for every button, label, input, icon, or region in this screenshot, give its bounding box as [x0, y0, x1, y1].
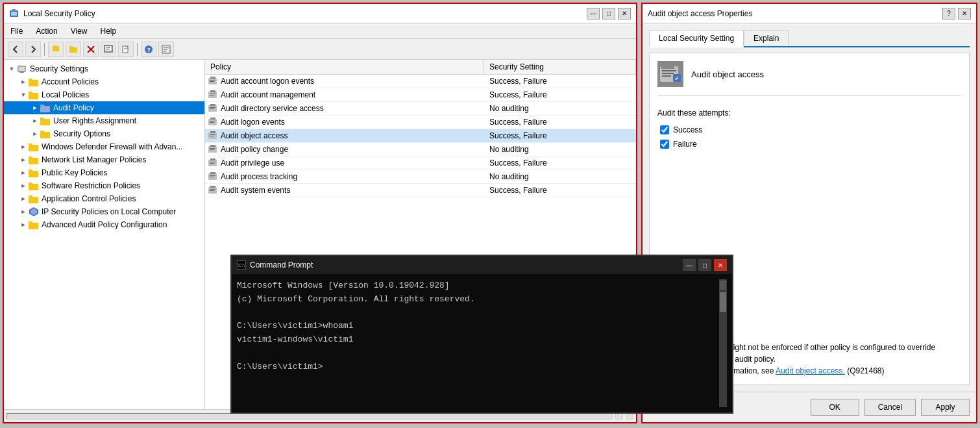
table-row[interactable]: Audit directory service access No auditi… [205, 102, 636, 116]
checkbox-success[interactable] [660, 125, 669, 134]
tab-local-security[interactable]: Local Security Setting [649, 30, 744, 47]
apply-button[interactable]: Apply [921, 399, 970, 416]
tree-item-account-policies[interactable]: ► Account Policies [4, 75, 204, 88]
policy-row-icon-7 [205, 171, 221, 182]
cmd-line-2 [237, 307, 719, 320]
dialog-policy-name: Audit object access [691, 69, 764, 79]
tree-item-public-key[interactable]: ► Public Key Policies [4, 166, 204, 179]
export-button[interactable] [118, 42, 134, 57]
col-setting[interactable]: Security Setting [484, 60, 636, 74]
cancel-button[interactable]: Cancel [864, 399, 916, 416]
menu-view[interactable]: View [68, 25, 90, 37]
policy-row-icon-3 [205, 117, 221, 127]
refresh-button[interactable] [158, 42, 174, 57]
close-button[interactable]: ✕ [618, 8, 631, 19]
tree-item-local-policies[interactable]: ▼ Local Policies [4, 88, 204, 101]
checkbox-failure[interactable] [660, 140, 669, 149]
svg-rect-70 [210, 149, 214, 150]
toggle-user-rights[interactable]: ► [30, 116, 40, 126]
tree-panel[interactable]: ▼ Security Settings ► [4, 60, 205, 409]
toggle-app-control[interactable]: ► [18, 194, 29, 204]
tree-item-security-options[interactable]: ► Security Options [4, 127, 204, 140]
policy-setting-3: Success, Failure [484, 118, 636, 127]
help-button[interactable]: ? [141, 42, 156, 57]
table-row[interactable]: Audit policy change No auditing [205, 143, 636, 157]
svg-rect-76 [210, 172, 215, 174]
svg-rect-41 [29, 197, 38, 203]
folder-button[interactable] [66, 42, 81, 57]
toggle-audit-policy[interactable]: ► [30, 103, 40, 113]
menu-action[interactable]: Action [33, 25, 60, 37]
cmd-minimize-button[interactable]: — [683, 259, 696, 271]
table-row[interactable]: Audit object access Success, Failure [205, 129, 636, 143]
tree-item-network-list[interactable]: ► Network List Manager Policies [4, 153, 204, 166]
tree-item-user-rights[interactable]: ► User Rights Assignment [4, 114, 204, 127]
table-row[interactable]: Audit system events Success, Failure [205, 184, 636, 197]
toggle-account-policies[interactable]: ► [18, 77, 29, 87]
cmd-scrollbar[interactable] [719, 279, 727, 407]
dialog-help-button[interactable]: ? [942, 8, 955, 19]
toggle-ip-security[interactable]: ► [18, 207, 29, 217]
svg-rect-39 [29, 184, 38, 190]
audit-attempts-label: Audit these attempts: [657, 108, 961, 118]
policy-row-icon-1 [205, 90, 221, 100]
svg-rect-86 [662, 73, 674, 74]
tree-item-software-restriction[interactable]: ► Software Restriction Policies [4, 179, 204, 192]
delete-button[interactable] [83, 42, 99, 57]
tree-item-security-settings[interactable]: ▼ Security Settings [4, 62, 204, 75]
policy-setting-7: No auditing [484, 172, 636, 181]
toggle-network-list[interactable]: ► [18, 155, 29, 165]
app-control-label: Application Control Policies [42, 194, 136, 203]
toggle-security-options[interactable]: ► [30, 129, 40, 139]
warning-link[interactable]: Audit object access. [776, 366, 845, 375]
svg-rect-35 [29, 158, 38, 164]
app-icon [9, 8, 19, 19]
col-policy[interactable]: Policy [205, 60, 484, 74]
dialog-close-button[interactable]: ✕ [958, 8, 971, 19]
cmd-maximize-button[interactable]: □ [698, 259, 711, 271]
tree-item-windows-defender[interactable]: ► Windows Defender Firewall with Advan..… [4, 140, 204, 153]
app-control-icon [29, 194, 39, 204]
policy-row-icon-6 [205, 158, 221, 168]
menu-file[interactable]: File [8, 25, 25, 37]
svg-rect-72 [210, 158, 215, 160]
svg-rect-42 [29, 195, 32, 197]
table-row[interactable]: Audit account management Success, Failur… [205, 88, 636, 102]
tree-item-app-control[interactable]: ► Application Control Policies [4, 192, 204, 205]
tab-explain[interactable]: Explain [744, 30, 789, 46]
toggle-advanced-audit[interactable]: ► [18, 220, 29, 230]
warning-link-suffix: (Q921468) [845, 366, 885, 375]
ok-button[interactable]: OK [811, 399, 859, 416]
svg-rect-34 [29, 144, 32, 145]
toggle-windows-defender[interactable]: ► [18, 142, 29, 152]
cmd-content[interactable]: Microsoft Windows [Version 10.0.19042.92… [232, 274, 732, 412]
toggle-local-policies[interactable]: ▼ [18, 90, 29, 100]
forward-button[interactable] [25, 42, 41, 57]
cmd-scroll-thumb[interactable] [720, 292, 726, 312]
windows-defender-label: Windows Defender Firewall with Advan... [42, 142, 182, 151]
cmd-close-button[interactable]: ✕ [714, 259, 727, 271]
tree-item-audit-policy[interactable]: ► Audit Policy [4, 101, 204, 114]
menu-help[interactable]: Help [98, 25, 119, 37]
toolbar: ? [4, 39, 636, 60]
table-row[interactable]: Audit privilege use Success, Failure [205, 157, 636, 170]
table-row[interactable]: Audit process tracking No auditing [205, 170, 636, 184]
svg-rect-61 [210, 121, 215, 121]
toggle-security-settings[interactable]: ▼ [6, 64, 17, 74]
tree-item-ip-security[interactable]: ► IP Security Policies on Local Computer [4, 205, 204, 218]
properties-button[interactable] [101, 42, 116, 57]
up-button[interactable] [48, 42, 64, 57]
checkbox-success-row: Success [660, 125, 961, 134]
policy-name-6: Audit privilege use [221, 158, 484, 168]
toggle-public-key[interactable]: ► [18, 168, 29, 178]
maximize-button[interactable]: □ [602, 8, 615, 19]
toggle-software-restriction[interactable]: ► [18, 181, 29, 191]
minimize-button[interactable]: — [587, 8, 600, 19]
table-row[interactable]: Audit account logon events Success, Fail… [205, 75, 636, 88]
network-list-label: Network List Manager Policies [42, 155, 146, 164]
table-row[interactable]: Audit logon events Success, Failure [205, 116, 636, 129]
cmd-window: C:\ Command Prompt — □ ✕ Microsoft Windo… [230, 255, 733, 414]
audit-policy-label: Audit Policy [53, 103, 94, 112]
tree-item-advanced-audit[interactable]: ► Advanced Audit Policy Configuration [4, 218, 204, 231]
back-button[interactable] [8, 42, 23, 57]
